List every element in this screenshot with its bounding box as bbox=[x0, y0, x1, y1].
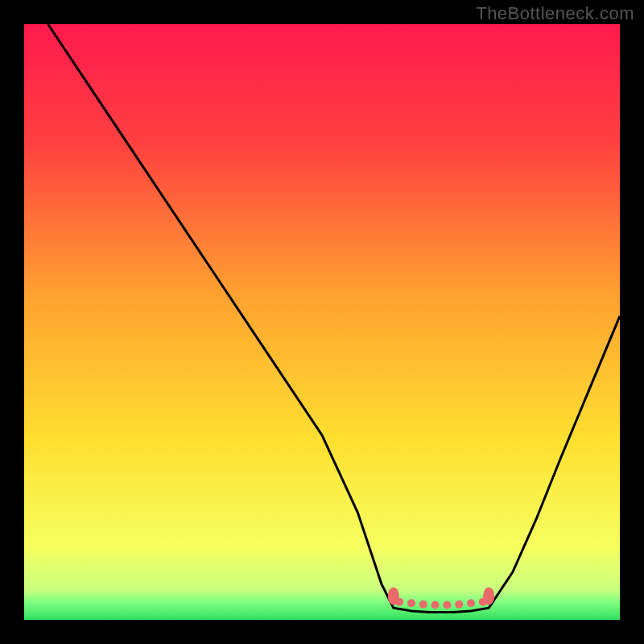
valley-end-blob bbox=[388, 587, 399, 605]
valley-dot bbox=[455, 601, 463, 609]
bottleneck-chart bbox=[0, 0, 644, 644]
valley-dot bbox=[419, 601, 427, 609]
valley-dot bbox=[407, 599, 415, 607]
valley-dot bbox=[431, 601, 440, 609]
valley-dot bbox=[467, 599, 475, 607]
valley-end-blob bbox=[483, 587, 494, 605]
chart-root: TheBottleneck.com bbox=[0, 0, 644, 644]
watermark-label: TheBottleneck.com bbox=[476, 3, 634, 24]
valley-dot bbox=[443, 601, 451, 609]
